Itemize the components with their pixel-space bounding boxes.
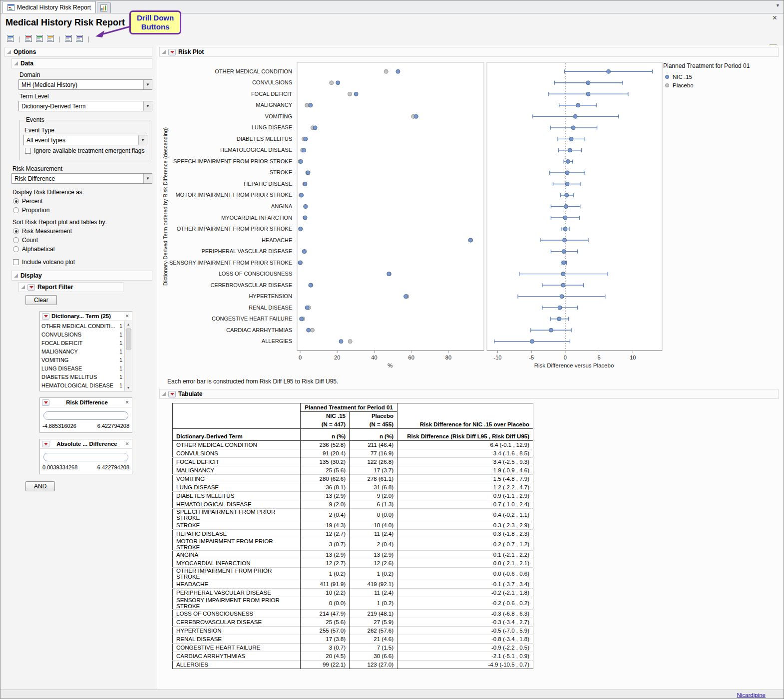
risk-diff-marker[interactable] <box>565 182 569 186</box>
category-label[interactable]: RENAL DISEASE <box>249 305 292 311</box>
nic-marker[interactable] <box>305 306 309 310</box>
category-label[interactable]: HYPERTENSION <box>249 293 292 299</box>
category-label[interactable]: CEREBROVASCULAR DISEASE <box>210 282 292 288</box>
term-cell[interactable]: CEREBROVASCULAR DISEASE <box>173 618 301 627</box>
disclosure-triangle-icon[interactable] <box>162 392 166 396</box>
category-label[interactable]: ANGINA <box>271 203 293 209</box>
term-cell[interactable]: FOCAL DEFICIT <box>173 458 301 466</box>
radio-risk-measurement[interactable] <box>13 228 19 234</box>
category-label[interactable]: VOMITING <box>265 113 292 119</box>
diff-cell[interactable]: -0.3 (-3.4 , 2.7) <box>397 618 533 627</box>
nic-cell[interactable]: 19 (4.3) <box>301 521 350 530</box>
nic-marker[interactable] <box>304 137 308 141</box>
legend-item[interactable]: Placebo <box>665 82 776 88</box>
risk-diff-marker[interactable] <box>549 328 553 332</box>
filter-list-item[interactable]: OTHER MEDICAL CONDITI...1 <box>40 322 124 330</box>
nic-marker[interactable] <box>354 92 358 96</box>
category-label[interactable]: MOTOR IMPAIRMENT FROM PRIOR STROKE <box>176 192 292 198</box>
nic-marker[interactable] <box>300 193 304 197</box>
diff-cell[interactable]: -4.9 (-10.5 , 0.7) <box>397 661 533 669</box>
nic-cell[interactable]: 3 (0.7) <box>301 538 350 551</box>
diff-cell[interactable]: 1.9 (-0.9 , 4.6) <box>397 466 533 475</box>
filter-list-item[interactable]: DIABETES MELLITUS1 <box>40 372 124 381</box>
risk-diff-marker[interactable] <box>558 306 562 310</box>
placebo-cell[interactable]: 1 (0.2) <box>350 597 397 610</box>
nic-marker[interactable] <box>404 295 408 299</box>
nic-marker[interactable] <box>306 171 310 175</box>
diff-cell[interactable]: 3.4 (-2.5 , 9.3) <box>397 458 533 466</box>
term-cell[interactable]: CONGESTIVE HEART FAILURE <box>173 644 301 652</box>
placebo-cell[interactable]: 9 (2.0) <box>350 492 397 500</box>
term-cell[interactable]: HYPERTENSION <box>173 627 301 635</box>
diff-cell[interactable]: 0.0 (-0.6 , 0.6) <box>397 568 533 580</box>
term-cell[interactable]: OTHER MEDICAL CONDITION <box>173 441 301 449</box>
table-row[interactable]: MALIGNANCY25 (5.6)17 (3.7)1.9 (-0.9 , 4.… <box>173 466 533 475</box>
diff-cell[interactable]: 1.5 (-4.8 , 7.9) <box>397 475 533 483</box>
filter-list-item[interactable]: VOMITING1 <box>40 355 124 364</box>
risk-diff-marker[interactable] <box>576 103 580 107</box>
nic-marker[interactable] <box>298 261 302 265</box>
category-label[interactable]: STROKE <box>270 169 292 175</box>
placebo-cell[interactable]: 6 (1.3) <box>350 500 397 509</box>
diff-cell[interactable]: -2.1 (-5.1 , 0.9) <box>397 652 533 661</box>
nic-cell[interactable]: 0 (0.0) <box>301 597 350 610</box>
placebo-cell[interactable]: 11 (2.4) <box>350 589 397 597</box>
diff-cell[interactable]: 0.3 (-2.3 , 2.9) <box>397 521 533 530</box>
prev-report-icon[interactable] <box>64 34 73 43</box>
table-row[interactable]: PERIPHERAL VASCULAR DISEASE10 (2.2)11 (2… <box>173 589 533 597</box>
scrollbar[interactable]: ▲ ▼ <box>124 321 132 391</box>
nic-cell[interactable]: 13 (2.9) <box>301 492 350 500</box>
risk-diff-marker[interactable] <box>573 114 577 118</box>
legend-item[interactable]: NIC .15 <box>665 74 776 80</box>
and-button[interactable]: AND <box>25 481 55 491</box>
table-row[interactable]: OTHER MEDICAL CONDITION236 (52.8)211 (46… <box>173 441 533 449</box>
category-label[interactable]: PERIPHERAL VASCULAR DISEASE <box>201 248 292 254</box>
nic-cell[interactable]: 1 (0.2) <box>301 568 350 580</box>
category-label[interactable]: OTHER MEDICAL CONDITION <box>215 68 292 74</box>
placebo-cell[interactable]: 211 (46.4) <box>350 441 397 449</box>
nic-marker[interactable] <box>309 283 313 287</box>
ignore-flags-checkbox[interactable] <box>25 148 31 154</box>
diff-cell[interactable]: -0.1 (-3.7 , 3.4) <box>397 580 533 589</box>
diff-cell[interactable]: 1.2 (-2.2 , 4.7) <box>397 483 533 492</box>
diff-cell[interactable]: -0.3 (-6.8 , 6.3) <box>397 610 533 618</box>
radio-count[interactable] <box>13 237 19 243</box>
term-cell[interactable]: MOTOR IMPAIRMENT FROM PRIOR STROKE <box>173 538 301 551</box>
table-row[interactable]: MOTOR IMPAIRMENT FROM PRIOR STROKE3 (0.7… <box>173 538 533 551</box>
chevron-down-icon[interactable]: ▼ <box>143 80 152 89</box>
term-cell[interactable]: OTHER IMPAIRMENT FROM PRIOR STROKE <box>173 568 301 580</box>
risk-diff-marker[interactable] <box>586 81 590 85</box>
table-row[interactable]: OTHER IMPAIRMENT FROM PRIOR STROKE1 (0.2… <box>173 568 533 580</box>
placebo-cell[interactable]: 13 (2.9) <box>350 551 397 559</box>
category-label[interactable]: LOSS OF CONSCIOUSNESS <box>219 271 292 277</box>
table-row[interactable]: CEREBROVASCULAR DISEASE25 (5.6)27 (5.9)-… <box>173 618 533 627</box>
category-label[interactable]: FOCAL DEFICIT <box>251 91 292 97</box>
nic-marker[interactable] <box>414 114 418 118</box>
nic-cell[interactable]: 214 (47.9) <box>301 610 350 618</box>
close-icon[interactable]: × <box>124 440 130 447</box>
diff-cell[interactable]: 0.2 (-0.7 , 1.2) <box>397 538 533 551</box>
local-data-filter-icon[interactable] <box>23 34 33 43</box>
term-cell[interactable]: PERIPHERAL VASCULAR DISEASE <box>173 589 301 597</box>
radio-percent[interactable] <box>13 198 19 204</box>
placebo-cell[interactable]: 7 (1.5) <box>350 644 397 652</box>
category-label[interactable]: HEMATOLOGICAL DISEASE <box>220 147 292 153</box>
placebo-cell[interactable]: 77 (16.9) <box>350 449 397 458</box>
nic-cell[interactable]: 17 (3.8) <box>301 635 350 644</box>
nic-cell[interactable]: 25 (5.6) <box>301 466 350 475</box>
table-row[interactable]: HEPATIC DISEASE12 (2.7)11 (2.4)0.3 (-1.8… <box>173 530 533 538</box>
scroll-up-icon[interactable]: ▲ <box>127 321 130 328</box>
chevron-down-icon[interactable]: ▼ <box>143 174 152 183</box>
placebo-marker[interactable] <box>348 340 352 344</box>
term-cell[interactable]: MYOCARDIAL INFARCTION <box>173 559 301 568</box>
nic-cell[interactable]: 91 (20.4) <box>301 449 350 458</box>
table-row[interactable]: STROKE19 (4.3)18 (4.0)0.3 (-2.3 , 2.9) <box>173 521 533 530</box>
nic-cell[interactable]: 411 (91.9) <box>301 580 350 589</box>
nic-marker[interactable] <box>300 317 304 321</box>
range-slider[interactable] <box>43 453 128 461</box>
tab-chart[interactable] <box>97 2 111 13</box>
diff-cell[interactable]: -0.2 (-2.1 , 1.8) <box>397 589 533 597</box>
risk-diff-marker[interactable] <box>565 171 569 175</box>
nic-marker[interactable] <box>313 126 317 130</box>
filter-list-item[interactable]: MALIGNANCY1 <box>40 347 124 355</box>
